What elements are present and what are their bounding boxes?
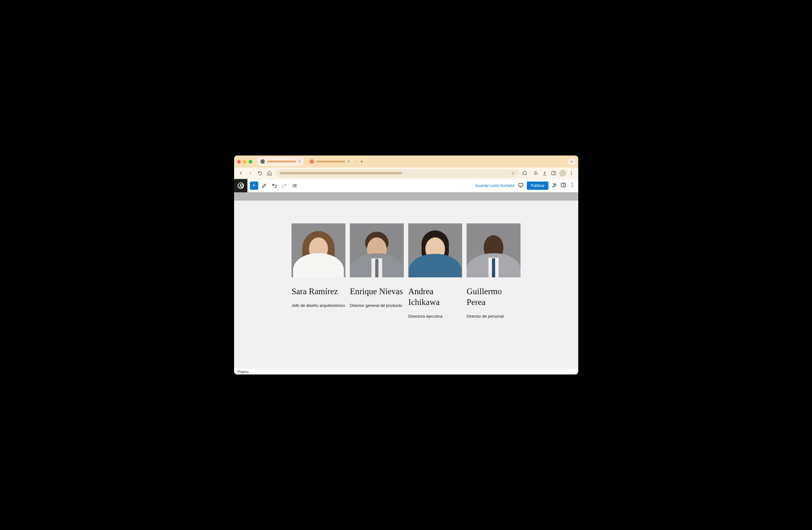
settings-sidebar-toggle[interactable] [561,182,566,189]
svg-point-8 [553,183,553,184]
browser-menu-button[interactable] [568,170,575,177]
team-member-name[interactable]: Enrique Nievas [350,286,404,297]
tab-overflow-button[interactable] [568,158,575,165]
hubspot-icon [309,159,314,164]
reading-list-icon[interactable] [533,170,539,177]
editor-canvas[interactable]: Sara Ramírez Jefe de diseño arquitectóni… [234,192,578,374]
options-menu-button[interactable] [569,182,575,189]
svg-point-10 [571,183,572,184]
bookmark-star-icon[interactable]: ☆ [511,170,515,176]
svg-point-7 [553,186,553,187]
url-placeholder [280,172,402,174]
add-block-button[interactable]: + [250,182,258,190]
new-tab-button[interactable]: + [359,159,365,164]
team-member-role[interactable]: Directora ejecutiva [408,314,462,319]
team-member-image[interactable] [467,224,521,277]
team-member-image[interactable] [350,224,404,277]
profile-avatar[interactable] [559,170,566,177]
svg-point-12 [571,186,572,187]
browser-tab-2[interactable]: × [306,157,353,166]
address-bar[interactable]: ☆ [275,169,520,177]
close-tab-icon[interactable]: × [299,159,301,164]
tabs-bar: × × + [234,156,578,168]
tab-title-placeholder [267,161,296,162]
team-member-card[interactable]: Sara Ramírez Jefe de diseño arquitectóni… [291,224,345,309]
browser-tab-1[interactable]: × [257,157,304,166]
maximize-window-button[interactable] [249,160,252,163]
svg-rect-4 [519,183,523,186]
undo-button[interactable] [270,182,278,190]
back-button[interactable] [237,170,245,177]
team-columns-block[interactable]: Sara Ramírez Jefe de diseño arquitectóni… [291,224,521,356]
reload-button[interactable] [256,170,264,177]
breadcrumb-label: Página [238,370,249,374]
svg-rect-9 [561,183,566,187]
browser-toolbar: ☆ [234,168,578,179]
svg-rect-0 [552,171,556,175]
team-member-image[interactable] [291,224,345,277]
extensions-button[interactable] [521,170,528,177]
downloads-icon[interactable] [541,170,548,177]
globe-icon [260,159,265,164]
svg-point-11 [571,184,572,185]
editor-toolbar: + Guardar como borrador Publicar [234,179,578,192]
svg-point-1 [571,171,571,172]
separator [530,170,531,176]
team-member-card[interactable]: Enrique Nievas Director general de produ… [350,224,404,309]
redo-button[interactable] [280,182,289,190]
header-placeholder-block[interactable] [234,192,578,201]
team-member-card[interactable]: Guillermo Perea Director de personal [467,224,521,319]
team-member-name[interactable]: Guillermo Perea [467,286,521,308]
svg-point-6 [555,183,555,183]
preview-desktop-icon[interactable] [518,182,524,189]
team-member-name[interactable]: Andrea Ichikawa [408,286,462,308]
wordpress-logo[interactable] [234,179,247,192]
svg-point-3 [571,174,571,175]
document-overview-button[interactable] [291,182,299,190]
browser-window: × × + ☆ [234,156,578,374]
side-panel-icon[interactable] [550,170,557,177]
close-window-button[interactable] [237,160,241,163]
team-member-role[interactable]: Jefe de diseño arquitectónico [291,303,345,309]
close-tab-icon[interactable]: × [348,159,350,164]
team-member-role[interactable]: Director general de producto [350,303,404,309]
team-member-card[interactable]: Andrea Ichikawa Directora ejecutiva [408,224,462,319]
editor-footer-breadcrumb[interactable]: Página [234,368,578,374]
team-member-role[interactable]: Director de personal [467,314,521,319]
edit-tool-button[interactable] [260,182,269,190]
minimize-window-button[interactable] [243,160,246,163]
window-controls [237,160,252,163]
publish-button[interactable]: Publicar [527,182,548,190]
forward-button[interactable] [247,170,255,177]
team-member-image[interactable] [408,224,462,277]
home-button[interactable] [266,170,273,177]
team-member-name[interactable]: Sara Ramírez [291,286,345,297]
hubspot-sprocket-icon[interactable] [552,182,557,189]
tab-title-placeholder [317,161,345,162]
tab-separator [356,159,356,164]
svg-point-2 [571,173,571,173]
save-draft-link[interactable]: Guardar como borrador [475,184,515,188]
